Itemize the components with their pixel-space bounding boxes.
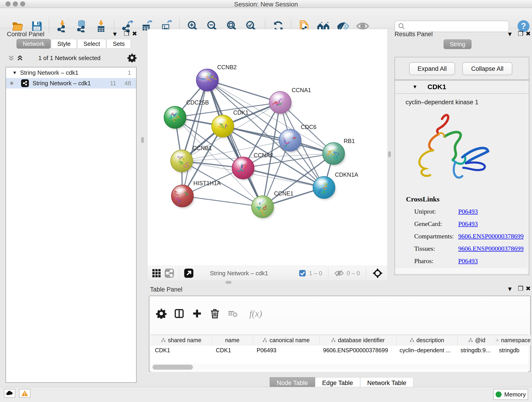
panel-close-icon[interactable]: ✖ <box>132 31 137 37</box>
results-horizontal-scrollbar[interactable] <box>395 268 527 273</box>
splitter-grip[interactable] <box>388 151 391 157</box>
results-node-box: ▼ CDK1 cyclin–dependent kinase 1 CrossLi… <box>394 80 529 275</box>
expand-all-button[interactable]: Expand All <box>409 62 455 75</box>
grid-view-icon[interactable] <box>150 267 163 280</box>
warning-icon <box>21 390 28 396</box>
tab-string[interactable]: String <box>443 39 472 49</box>
node-label-cdc6: CDC6 <box>301 124 317 130</box>
network-collection-row[interactable]: ▼ String Network – cdk1 1 <box>6 67 136 78</box>
collection-expand-icon[interactable]: ▼ <box>12 70 17 75</box>
panel-float-icon[interactable]: ❒ <box>518 31 523 37</box>
column-header-description[interactable]: description <box>396 335 457 345</box>
memory-label: Memory <box>504 391 526 398</box>
window-titlebar: Session: New Session <box>0 0 532 8</box>
string-app-icon <box>21 79 29 87</box>
node-label-cdc25b: CDC25B <box>186 99 209 106</box>
network-edges[interactable] <box>175 80 334 207</box>
view-toolbar-separator <box>366 268 366 279</box>
table-cell[interactable]: 9606.ENSP00000378699 <box>319 345 395 355</box>
network-row[interactable]: String Network – cdk1 11 48 <box>6 78 136 89</box>
table-cell[interactable]: CDK1 <box>212 345 253 355</box>
show-columns-icon[interactable] <box>173 307 186 320</box>
crosslink-label: Compartments: <box>414 233 458 240</box>
crosslink-link[interactable]: P06493 <box>458 220 478 228</box>
column-header-name[interactable]: name <box>212 335 253 345</box>
network-overview-icon[interactable] <box>163 267 176 280</box>
scrollbar-thumb[interactable] <box>152 365 193 370</box>
network-node-cdkn1a[interactable] <box>313 177 336 200</box>
table-cell[interactable]: stringdb <box>495 345 529 355</box>
column-header-namespace[interactable]: namespace <box>496 335 531 345</box>
search-icon <box>398 22 405 30</box>
node-label-cdk1: CDK1 <box>233 109 249 116</box>
network-canvas[interactable]: CCNB2CCNA1CDC25BCDK1CDC6RB1CCNB1CCNA2CDK… <box>148 29 387 266</box>
protein-structure-image <box>404 109 496 189</box>
collapse-all-button[interactable]: Collapse All <box>462 62 512 75</box>
tab-network[interactable]: Network <box>17 39 51 49</box>
network-node-rb1[interactable] <box>323 143 345 166</box>
node-label-hist1h1a: HIST1H1A <box>193 180 221 186</box>
network-options-gear-icon[interactable] <box>127 53 137 62</box>
network-node-ccna2[interactable] <box>232 157 255 180</box>
cloud-status-button[interactable] <box>4 389 15 398</box>
birdseye-toggle-icon[interactable] <box>372 268 383 279</box>
network-selected-status: 1 of 1 Network selected <box>2 55 137 62</box>
section-collapse-icon[interactable]: ▼ <box>412 84 418 90</box>
network-node-cdc25b[interactable] <box>164 106 187 129</box>
panel-menu-icon[interactable]: ▼ <box>112 31 118 37</box>
add-column-icon[interactable] <box>191 307 203 320</box>
table-header-row: shared namenamecanonical namedatabase id… <box>151 335 528 345</box>
network-node-cdk1[interactable] <box>212 115 234 138</box>
table-cell[interactable]: CDK1 <box>151 345 212 355</box>
column-header-canonicalname[interactable]: canonical name <box>253 335 320 345</box>
delete-column-icon[interactable] <box>209 307 221 320</box>
hidden-eye-icon[interactable] <box>334 269 344 277</box>
panel-close-icon[interactable]: ✖ <box>526 286 531 292</box>
panel-float-icon[interactable]: ❒ <box>518 286 523 292</box>
tab-sets[interactable]: Sets <box>107 39 131 49</box>
table-cell[interactable]: P06493 <box>253 345 319 355</box>
table-cell[interactable]: stringdb:9... <box>456 345 495 355</box>
network-node-count: 11 <box>110 80 116 87</box>
panel-float-icon[interactable]: ❒ <box>124 31 129 37</box>
network-view-title: String Network – cdk1 <box>210 270 268 277</box>
network-edge[interactable] <box>223 126 334 153</box>
warning-status-button[interactable] <box>19 389 31 398</box>
network-node-ccne1[interactable] <box>252 196 274 219</box>
network-node-ccnb1[interactable] <box>171 150 193 173</box>
delete-table-icon[interactable] <box>226 307 239 320</box>
table-cell[interactable]: cyclin–dependent ... <box>395 345 456 355</box>
search-input[interactable] <box>407 23 507 30</box>
network-row-label: String Network – cdk1 <box>32 80 91 87</box>
column-header-id[interactable]: @id <box>457 335 496 345</box>
table-options-gear-icon[interactable] <box>155 307 168 320</box>
window-title: Session: New Session <box>0 1 532 8</box>
network-node-ccna1[interactable] <box>269 91 292 115</box>
network-nodes[interactable] <box>164 69 345 219</box>
splitter-grip[interactable] <box>225 281 231 284</box>
panel-close-icon[interactable]: ✖ <box>526 31 531 37</box>
column-header-sharedname[interactable]: shared name <box>151 335 212 345</box>
node-section-header[interactable]: ▼ CDK1 <box>395 80 529 94</box>
panel-menu-icon[interactable]: ▼ <box>507 31 513 37</box>
network-node-hist1h1a[interactable] <box>171 185 194 208</box>
open-in-window-icon[interactable] <box>182 267 195 280</box>
network-edge[interactable] <box>207 80 263 207</box>
crosslink-link[interactable]: P06493 <box>458 208 478 215</box>
selected-checkbox-icon[interactable] <box>299 269 306 277</box>
tab-style[interactable]: Style <box>51 39 77 49</box>
crosslink-link[interactable]: 9606.ENSP00000378699 <box>458 233 524 240</box>
node-label-ccne1: CCNE1 <box>274 190 293 197</box>
crosslink-link[interactable]: P06493 <box>458 257 478 265</box>
table-row[interactable]: CDK1CDK1P064939606.ENSP00000378699cyclin… <box>151 345 528 355</box>
panel-menu-icon[interactable]: ▼ <box>507 286 513 292</box>
function-builder-icon[interactable]: f(x) <box>244 307 267 320</box>
column-header-databaseidentifier[interactable]: database identifier <box>320 335 396 345</box>
splitter-grip[interactable] <box>141 137 144 143</box>
tab-select[interactable]: Select <box>77 39 106 49</box>
memory-button[interactable]: Memory <box>493 389 528 400</box>
table-box: f(x) shared namenamecanonical namedataba… <box>149 296 531 372</box>
crosslink-link[interactable]: 9606.ENSP00000378699 <box>458 245 524 252</box>
node-label-ccna2: CCNA2 <box>254 152 273 158</box>
network-edge[interactable] <box>182 196 263 207</box>
